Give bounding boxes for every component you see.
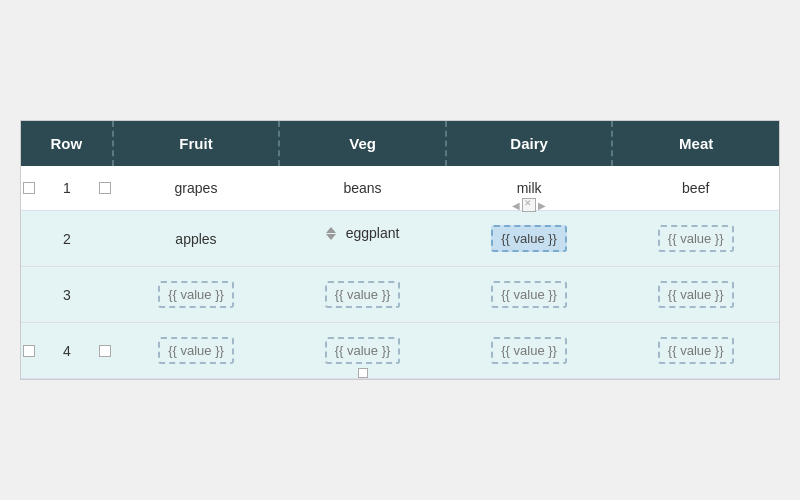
cell-value: eggplant [346,225,400,241]
cell-value: apples [175,231,216,247]
template-value: {{ value }} [325,337,401,364]
cell-dairy-2[interactable]: {{ value }} [446,211,613,267]
cell-meat-3: {{ value }} [612,267,779,323]
cell-dairy-4: {{ value }} [446,323,613,379]
cell-fruit-4: {{ value }} [113,323,280,379]
cell-dairy-3: {{ value }} [446,267,613,323]
cell-row-num: 2 [21,211,113,267]
cell-value: beef [682,180,709,196]
template-value: {{ value }} [658,337,734,364]
cell-value: beans [343,180,381,196]
right-arrow-icon: ▶ [538,200,546,211]
table-row: 1 grapes beans milk ◀ ✕ ▶ [21,166,779,211]
col-header-dairy: Dairy [446,121,613,166]
bottom-corner-box [358,368,368,378]
table-row: 2 apples eggplant {{ value }} {{ value } [21,211,779,267]
col-header-fruit: Fruit [113,121,280,166]
col-header-meat: Meat [612,121,779,166]
data-table: Row Fruit Veg Dairy Meat 1 grapes beans [20,120,780,380]
table-header-row: Row Fruit Veg Dairy Meat [21,121,779,166]
row-number: 4 [63,343,71,359]
cell-value: grapes [175,180,218,196]
cell-meat-4: {{ value }} [612,323,779,379]
cell-fruit-3: {{ value }} [113,267,280,323]
table-row: 4 {{ value }} {{ value }} {{ value }} {{… [21,323,779,379]
row-number: 1 [63,180,71,196]
cell-meat-2: {{ value }} [612,211,779,267]
template-value: {{ value }} [158,337,234,364]
table-row: 3 {{ value }} {{ value }} {{ value }} {{… [21,267,779,323]
cell-veg-2: eggplant [279,211,446,255]
row-number: 3 [63,287,71,303]
resize-handle[interactable] [326,227,336,240]
template-value: {{ value }} [491,281,567,308]
cell-fruit-1: grapes [113,166,280,211]
template-value: {{ value }} [491,225,567,252]
left-arrow-icon: ◀ [512,200,520,211]
cell-meat-1: beef [612,166,779,211]
template-value: {{ value }} [658,225,734,252]
cell-fruit-2: apples [113,211,280,267]
col-header-row: Row [21,121,113,166]
col-header-veg: Veg [279,121,446,166]
template-value: {{ value }} [158,281,234,308]
row-number: 2 [63,231,71,247]
template-value: {{ value }} [658,281,734,308]
cell-value: milk [517,180,542,196]
cell-veg-3: {{ value }} [279,267,446,323]
cell-dairy-1: milk ◀ ✕ ▶ [446,166,613,211]
cell-row-num: 3 [21,267,113,323]
cell-row-num: 4 [21,323,113,379]
template-value: {{ value }} [325,281,401,308]
cell-veg-1: beans [279,166,446,211]
template-value: {{ value }} [491,337,567,364]
cell-veg-4: {{ value }} [279,323,446,379]
cell-row-num: 1 [21,166,113,211]
